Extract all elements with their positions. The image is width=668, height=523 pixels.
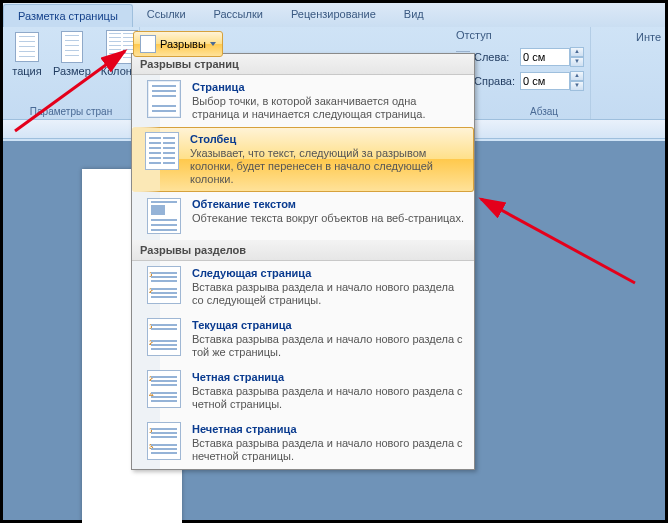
- continuous-icon: 12: [146, 319, 182, 355]
- tab-references[interactable]: Ссылки: [133, 3, 200, 27]
- indent-right-spinner[interactable]: ▲▼: [520, 71, 584, 91]
- indent-left-input[interactable]: [520, 48, 570, 66]
- size-button[interactable]: Размер: [49, 29, 95, 79]
- spacing-title: Инте: [636, 31, 661, 43]
- tab-review[interactable]: Рецензирование: [277, 3, 390, 27]
- column-break-icon: [144, 133, 180, 169]
- menu-item-page[interactable]: Страница Выбор точки, в которой заканчив…: [132, 75, 474, 127]
- size-label: Размер: [53, 65, 91, 77]
- menu-item-text-wrapping[interactable]: Обтекание текстом Обтекание текста вокру…: [132, 192, 474, 240]
- menu-item-title: Следующая страница: [192, 267, 466, 279]
- spin-down[interactable]: ▼: [570, 81, 584, 91]
- tab-view[interactable]: Вид: [390, 3, 438, 27]
- menu-header-page-breaks: Разрывы страниц: [132, 54, 474, 75]
- app-window: Разметка страницы Ссылки Рассылки Реценз…: [0, 0, 668, 523]
- menu-header-section-breaks: Разрывы разделов: [132, 240, 474, 261]
- text-wrapping-icon: [146, 198, 182, 234]
- ribbon-tabs: Разметка страницы Ссылки Рассылки Реценз…: [3, 3, 665, 27]
- menu-item-odd-page[interactable]: 13 Нечетная страница Вставка разрыва раз…: [132, 417, 474, 469]
- orientation-button[interactable]: тация: [7, 29, 47, 79]
- breaks-icon: [140, 35, 156, 53]
- menu-item-title: Текущая страница: [192, 319, 466, 331]
- odd-page-icon: 13: [146, 423, 182, 459]
- tab-page-layout[interactable]: Разметка страницы: [3, 4, 133, 27]
- indent-left-label: Слева:: [474, 51, 516, 63]
- spin-up[interactable]: ▲: [570, 71, 584, 81]
- menu-item-next-page[interactable]: 12 Следующая страница Вставка разрыва ра…: [132, 261, 474, 313]
- breaks-button[interactable]: Разрывы: [133, 31, 223, 57]
- menu-item-desc: Указывает, что текст, следующий за разры…: [190, 147, 466, 186]
- breaks-label: Разрывы: [160, 38, 206, 50]
- menu-item-title: Нечетная страница: [192, 423, 466, 435]
- menu-item-desc: Вставка разрыва раздела и начало нового …: [192, 281, 466, 307]
- size-icon: [56, 31, 88, 63]
- menu-item-title: Обтекание текстом: [192, 198, 466, 210]
- paragraph-group-label: Абзац: [456, 104, 584, 119]
- page-break-icon: [146, 81, 182, 117]
- spin-down[interactable]: ▼: [570, 57, 584, 67]
- orientation-icon: [11, 31, 43, 63]
- indent-title: Отступ: [456, 29, 584, 41]
- menu-item-title: Столбец: [190, 133, 466, 145]
- indent-right-label: Справа:: [474, 75, 516, 87]
- chevron-down-icon: [210, 42, 216, 46]
- next-page-icon: 12: [146, 267, 182, 303]
- indent-left-spinner[interactable]: ▲▼: [520, 47, 584, 67]
- menu-item-even-page[interactable]: 24 Четная страница Вставка разрыва разде…: [132, 365, 474, 417]
- indent-right-input[interactable]: [520, 72, 570, 90]
- menu-item-desc: Обтекание текста вокруг объектов на веб-…: [192, 212, 466, 225]
- menu-item-title: Страница: [192, 81, 466, 93]
- page-setup-group-label: Параметры стран: [7, 104, 135, 119]
- menu-item-desc: Вставка разрыва раздела и начало нового …: [192, 385, 466, 411]
- menu-item-desc: Выбор точки, в которой заканчивается одн…: [192, 95, 466, 121]
- breaks-dropdown: Разрывы страниц Страница Выбор точки, в …: [131, 53, 475, 470]
- menu-item-continuous[interactable]: 12 Текущая страница Вставка разрыва разд…: [132, 313, 474, 365]
- spin-up[interactable]: ▲: [570, 47, 584, 57]
- orientation-label: тация: [12, 65, 41, 77]
- menu-item-column[interactable]: Столбец Указывает, что текст, следующий …: [132, 127, 474, 192]
- even-page-icon: 24: [146, 371, 182, 407]
- menu-item-desc: Вставка разрыва раздела и начало нового …: [192, 437, 466, 463]
- menu-item-desc: Вставка разрыва раздела и начало нового …: [192, 333, 466, 359]
- tab-mailings[interactable]: Рассылки: [200, 3, 277, 27]
- menu-item-title: Четная страница: [192, 371, 466, 383]
